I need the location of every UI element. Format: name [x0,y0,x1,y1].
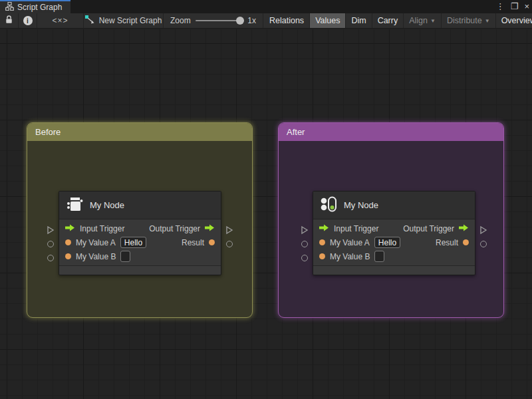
external-value-b-port[interactable] [301,255,308,261]
output-trigger-port[interactable]: Output Trigger [149,224,215,233]
value-b-label: My Value B [76,252,116,261]
new-script-graph-label: New Script Graph [99,16,162,25]
flow-arrow-icon [459,224,469,233]
lock-button[interactable] [0,13,19,28]
port-row-triggers: Input Trigger Output Trigger [59,221,221,235]
default-unit-icon [66,196,83,215]
zoom-value: 1x [247,16,256,25]
value-port-icon [65,239,71,245]
new-script-graph-button[interactable]: New Script Graph [84,13,164,28]
value-a-input[interactable]: Hello [374,237,400,248]
result-port[interactable]: Result [182,238,215,247]
value-a-input[interactable]: Hello [120,237,146,248]
values-button[interactable]: Values [310,13,346,28]
node-title: My Node [90,200,124,210]
lock-icon [4,15,14,27]
output-trigger-port[interactable]: Output Trigger [403,224,469,233]
node-footer [59,265,221,275]
relations-button[interactable]: Relations [264,13,310,28]
port-row-value-b: My Value B [313,249,475,263]
flow-arrow-icon [65,224,75,233]
value-port-icon [463,239,469,245]
value-a-port[interactable]: My Value A Hello [319,237,400,248]
value-a-label: My Value A [76,238,116,247]
group-after-header[interactable]: After [279,123,503,141]
node-my-node-after[interactable]: My Node Input Trigger Output Trigger [313,191,475,275]
group-before-title: Before [35,127,61,137]
dim-label: Dim [351,16,366,25]
port-row-triggers: Input Trigger Output Trigger [313,221,475,235]
value-b-port[interactable]: My Value B [319,251,384,262]
zoom-slider-knob[interactable] [236,17,244,25]
maximize-icon[interactable]: ❐ [511,0,519,13]
tab-label: Script Graph [17,3,62,12]
result-port[interactable]: Result [436,238,469,247]
script-graph-window: Script Graph ⋮ ❐ × i <×> [0,0,532,399]
input-trigger-port[interactable]: Input Trigger [65,224,124,233]
node-header[interactable]: My Node [313,192,475,219]
value-port-icon [319,253,325,259]
graph-canvas[interactable]: Before After My Nod [0,29,532,399]
external-output-trigger-port[interactable] [479,225,487,235]
value-port-icon [319,239,325,245]
result-label: Result [182,238,204,247]
external-result-port[interactable] [226,241,233,247]
value-port-icon [65,253,71,259]
distribute-label: Distribute [447,16,482,25]
kebab-menu-icon[interactable]: ⋮ [496,0,505,13]
tab-bar: Script Graph ⋮ ❐ × [0,0,532,13]
value-b-port[interactable]: My Value B [65,251,130,262]
overview-button[interactable]: Overview [496,13,532,28]
value-b-input[interactable] [120,251,130,262]
external-result-port[interactable] [480,241,487,247]
tab-script-graph[interactable]: Script Graph [0,0,70,13]
dim-button[interactable]: Dim [346,13,372,28]
relations-label: Relations [269,16,304,25]
value-b-input[interactable] [374,251,384,262]
external-value-a-port[interactable] [47,241,54,247]
flow-arrow-icon [205,224,215,233]
group-after-title: After [287,127,305,137]
external-input-trigger-port[interactable] [301,225,309,235]
carry-button[interactable]: Carry [372,13,404,28]
port-row-value-a: My Value A Hello Result [59,235,221,249]
value-a-label: My Value A [330,238,370,247]
toggle-unit-icon [320,196,337,215]
zoom-slider[interactable] [196,20,243,21]
window-controls: ⋮ ❐ × [496,0,529,13]
values-label: Values [315,16,340,25]
input-trigger-label: Input Trigger [80,224,124,233]
toolbar-left-group: i <×> New Script Graph Zoom [0,13,263,28]
external-value-a-port[interactable] [301,241,308,247]
external-output-trigger-port[interactable] [225,225,233,235]
external-value-b-port[interactable] [47,255,54,261]
code-icon: <×> [52,16,68,25]
result-label: Result [436,238,458,247]
value-a-port[interactable]: My Value A Hello [65,237,146,248]
chevron-down-icon: ▼ [485,18,490,24]
port-row-value-a: My Value A Hello Result [313,235,475,249]
distribute-dropdown[interactable]: Distribute ▼ [442,13,496,28]
node-my-node-before[interactable]: My Node Input Trigger Output Trigger [59,191,221,275]
group-before-header[interactable]: Before [27,123,252,141]
value-b-label: My Value B [330,252,370,261]
node-ports: Input Trigger Output Trigger My Value A … [59,219,221,265]
graph-toolbar: i <×> New Script Graph Zoom [0,13,532,29]
code-view-button[interactable]: <×> [37,13,84,28]
external-input-trigger-port[interactable] [47,225,55,235]
flow-arrow-icon [319,224,329,233]
info-button[interactable]: i [19,13,37,28]
value-port-icon [209,239,215,245]
graph-hierarchy-icon [5,2,14,13]
align-dropdown[interactable]: Align ▼ [404,13,442,28]
close-icon[interactable]: × [524,0,529,13]
output-trigger-label: Output Trigger [149,224,200,233]
node-footer [313,265,475,275]
align-label: Align [409,16,428,25]
node-header[interactable]: My Node [59,192,221,219]
input-trigger-label: Input Trigger [334,224,378,233]
input-trigger-port[interactable]: Input Trigger [319,224,378,233]
zoom-control: Zoom 1x [164,13,263,28]
output-trigger-label: Output Trigger [403,224,454,233]
toolbar-toggle-group: Relations Values Dim Carry Align ▼ Distr… [264,13,532,28]
